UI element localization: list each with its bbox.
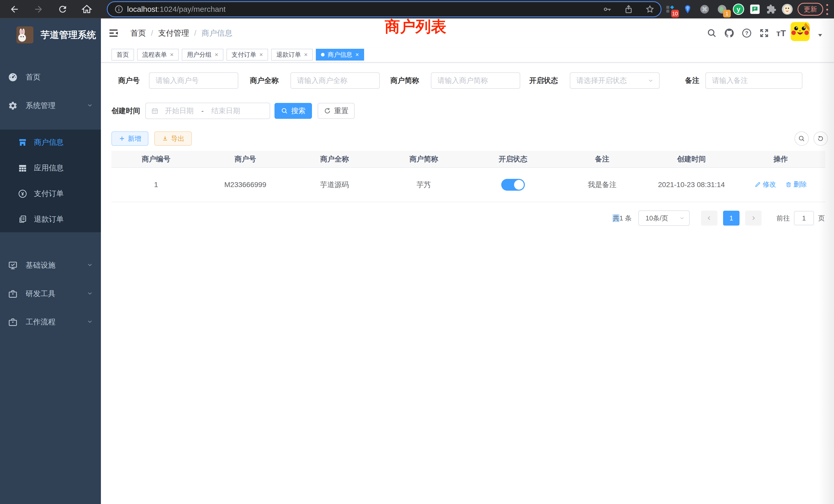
sidebar-collapse-icon[interactable]: [106, 25, 122, 41]
sidebar-item-workflow[interactable]: 工作流程: [0, 308, 101, 336]
user-avatar[interactable]: [791, 22, 810, 41]
breadcrumb-payment[interactable]: 支付管理: [158, 28, 189, 39]
pagination-total: 共1 条: [613, 214, 632, 223]
sidebar-item-pay-order[interactable]: ¥ 支付订单: [0, 181, 101, 207]
toggle-search-button[interactable]: [794, 131, 809, 146]
header-search-icon[interactable]: [704, 25, 720, 41]
refresh-table-button[interactable]: [813, 131, 828, 146]
tab-home[interactable]: 首页: [111, 49, 134, 61]
extension-yudao-icon[interactable]: y: [732, 3, 745, 16]
github-icon[interactable]: [721, 25, 737, 41]
remark-input[interactable]: [705, 72, 803, 89]
close-icon[interactable]: ×: [170, 51, 174, 58]
home-button[interactable]: [80, 2, 94, 17]
status-select[interactable]: 请选择开启状态: [570, 72, 660, 89]
create-time-range-picker[interactable]: -: [145, 102, 270, 119]
extension-command-icon[interactable]: ⌘: [698, 3, 711, 16]
breadcrumb-current: 商户信息: [202, 28, 233, 39]
sidebar-item-label: 研发工具: [26, 289, 87, 299]
sidebar-item-dev-tools[interactable]: 研发工具: [0, 280, 101, 308]
cell-create-time: 2021-10-23 08:31:14: [647, 181, 736, 189]
site-info-icon[interactable]: [114, 5, 124, 14]
next-page-button[interactable]: [745, 211, 762, 226]
tab-process-form[interactable]: 流程表单×: [137, 49, 179, 61]
page-annotation-title: 商户列表: [385, 17, 446, 37]
sidebar-item-home[interactable]: 首页: [0, 63, 101, 91]
caret-down-icon[interactable]: [812, 27, 828, 43]
scrollbar-gutter: [818, 19, 834, 504]
table-row: 1 M233666999 芋道源码 芋艿 我是备注 2021-10-23 08:…: [111, 168, 825, 202]
merchant-no-input[interactable]: [149, 72, 238, 89]
short-name-input[interactable]: [431, 72, 520, 89]
app-title: 芋道管理系统: [41, 29, 96, 41]
tab-user-group[interactable]: 用户分组×: [182, 49, 223, 61]
sidebar-item-label: 应用信息: [34, 163, 64, 173]
sidebar-item-refund-order[interactable]: 退款订单: [0, 207, 101, 232]
address-bar[interactable]: localhost:1024/pay/merchant: [107, 1, 661, 17]
trash-icon: [785, 181, 792, 188]
merchant-no-label: 商户号: [118, 72, 140, 89]
page-number-button[interactable]: 1: [723, 211, 740, 226]
payment-submenu: 商户信息 应用信息 ¥ 支付订单 退款订单: [0, 130, 101, 232]
sidebar-item-label: 商户信息: [34, 137, 64, 147]
goto-page-input[interactable]: [794, 211, 814, 225]
tab-merchant-info[interactable]: 商户信息×: [316, 49, 364, 61]
extensions-puzzle-icon[interactable]: [765, 3, 778, 16]
close-icon[interactable]: ×: [304, 51, 308, 58]
browser-menu-icon[interactable]: [825, 4, 829, 15]
full-name-input[interactable]: [290, 72, 380, 89]
calendar-icon: [151, 107, 159, 115]
font-size-icon[interactable]: тT: [773, 25, 789, 41]
url-text: localhost:1024/pay/merchant: [127, 5, 226, 14]
page-size-select[interactable]: 10条/页: [638, 210, 690, 226]
prev-page-button[interactable]: [701, 211, 718, 226]
back-button[interactable]: [7, 2, 22, 17]
cell-merchant-no: M233666999: [201, 181, 290, 189]
close-icon[interactable]: ×: [215, 51, 218, 58]
breadcrumb-home[interactable]: 首页: [130, 28, 146, 39]
col-status: 开启状态: [468, 154, 558, 164]
goto-label: 前往: [776, 214, 790, 223]
sidebar-item-system[interactable]: 系统管理: [0, 92, 101, 120]
end-date-input[interactable]: [205, 107, 246, 115]
help-icon[interactable]: ?: [739, 25, 755, 41]
forward-button[interactable]: [31, 2, 46, 17]
chevron-down-icon: [647, 77, 654, 84]
export-button[interactable]: 导出: [154, 131, 192, 146]
svg-text:y: y: [737, 5, 741, 13]
share-icon[interactable]: [624, 4, 634, 14]
sidebar-item-infrastructure[interactable]: 基础设施: [0, 251, 101, 279]
search-icon: [281, 107, 288, 114]
breadcrumb-separator: /: [194, 29, 196, 38]
edit-link[interactable]: 修改: [754, 180, 776, 189]
extension-pin-icon[interactable]: [681, 3, 694, 16]
svg-text:?: ?: [745, 30, 748, 36]
reload-button[interactable]: [56, 2, 70, 17]
cell-remark: 我是备注: [558, 180, 647, 190]
sidebar-item-app-info[interactable]: 应用信息: [0, 155, 101, 181]
extension-workspaces-icon[interactable]: 10: [663, 3, 677, 16]
tab-pay-order[interactable]: 支付订单×: [226, 49, 268, 61]
reset-button[interactable]: 重置: [317, 103, 355, 119]
close-icon[interactable]: ×: [355, 51, 359, 58]
password-key-icon[interactable]: [602, 4, 612, 14]
profile-avatar-icon[interactable]: [781, 3, 794, 16]
close-icon[interactable]: ×: [259, 51, 263, 58]
plus-icon: [118, 135, 125, 142]
browser-toolbar: localhost:1024/pay/merchant 10 ⌘ 1 y: [0, 0, 834, 19]
add-button[interactable]: 新增: [111, 131, 148, 146]
status-toggle-on[interactable]: [501, 179, 525, 191]
extension-chat-icon[interactable]: [748, 3, 762, 16]
extension-proxy-icon[interactable]: 1: [716, 3, 729, 16]
start-date-input[interactable]: [159, 107, 200, 115]
search-button[interactable]: 搜索: [275, 103, 312, 119]
tab-refund-order[interactable]: 退款订单×: [271, 49, 313, 61]
chrome-update-button[interactable]: 更新: [797, 3, 823, 16]
bookmark-star-icon[interactable]: [645, 4, 655, 14]
app-logo-row[interactable]: 芋道管理系统: [0, 22, 101, 48]
sidebar-item-label: 系统管理: [26, 100, 87, 111]
col-actions: 操作: [736, 154, 826, 164]
fullscreen-icon[interactable]: [756, 25, 772, 41]
delete-link[interactable]: 删除: [785, 180, 807, 189]
sidebar-item-merchant-info[interactable]: 商户信息: [0, 130, 101, 155]
